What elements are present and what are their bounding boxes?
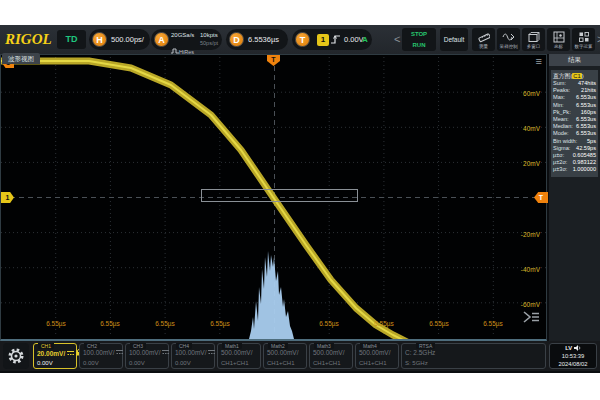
t-label-1: 6.55µs [36, 320, 76, 328]
net-status-row: LV [550, 344, 596, 352]
cursor-graph-icon [553, 31, 565, 43]
waveform-arrow-icon [502, 31, 515, 43]
sample-control-label: 采样控制 [498, 43, 519, 48]
horizontal-knob-icon[interactable]: H [92, 32, 107, 47]
speaker-icon [574, 345, 581, 351]
jitter-histogram [249, 251, 294, 339]
stat-row-mu1s: μ±σ:0.605485 [553, 152, 596, 159]
trigger-knob-icon[interactable]: T [295, 32, 310, 47]
trigger-sweep-mode: A [362, 29, 368, 50]
sample-control-button[interactable]: 采样控制 [497, 28, 520, 51]
rtsa-span: S: 5GHz [405, 359, 428, 367]
measure-button[interactable]: 测量 [472, 28, 495, 51]
top-toolbar: RIGOL TD H 500.00ps/ A 20GSa/s HiRes 10k… [0, 25, 600, 54]
channel-box-math1[interactable]: Math1 500.00mV/ CH1+CH1 [217, 343, 261, 369]
trigger-level-value: 0.00V [344, 29, 364, 50]
rtsa-center-freq: C: 2.5GHz [405, 349, 435, 357]
channel-bar: CH1 20.00mV/ 0.00V CH2 100.00mV/ 0.00V C… [0, 341, 600, 371]
t-label-8: 6.55µs [473, 320, 513, 328]
results-sidebar: 结果 直方图(C1) Sum:474hits Peaks:21hits Max:… [549, 54, 600, 341]
channel-box-math3[interactable]: Math3 500.00mV/ CH1+CH1 [309, 343, 353, 369]
menu-icon[interactable]: ≡ [536, 55, 542, 67]
stat-row-max: Max:6.553us [553, 94, 596, 101]
math4-expr: CH1+CH1 [359, 359, 387, 367]
trigger-status-badge: TD [57, 30, 86, 49]
clock-date: 2024/08/02 [550, 360, 596, 368]
ch4-offset: 0.00V [175, 359, 191, 367]
histogram-range-box[interactable] [201, 189, 358, 202]
expand-results-icon[interactable] [522, 310, 540, 324]
gear-icon [7, 347, 25, 365]
status-clock-box[interactable]: LV 10:53:39 2024/08/02 [549, 343, 597, 369]
stop-run-button[interactable]: STOP RUN [402, 28, 436, 51]
math1-expr: CH1+CH1 [221, 359, 249, 367]
stat-row-mean: Mean:6.553us [553, 116, 596, 123]
ch3-offset: 0.00V [129, 359, 145, 367]
stat-row-sigma: Sigma:42.59ps [553, 145, 596, 152]
cursor-label: 光标 [548, 43, 569, 48]
ch4-scale: 100.00mV/ [175, 349, 215, 357]
stat-row-binwidth: Bin width:5ps [553, 138, 596, 145]
ruler-icon [478, 31, 490, 43]
math3-scale: 500.00mV/ [313, 349, 344, 357]
trigger-source-badge[interactable]: 1 [317, 34, 329, 46]
math4-scale: 500.00mV/ [359, 349, 390, 357]
math2-expr: CH1+CH1 [267, 359, 295, 367]
panel-title-suffix: ) [582, 73, 584, 79]
t-label-2: 6.55µs [90, 320, 130, 328]
screenshot: RIGOL TD H 500.00ps/ A 20GSa/s HiRes 10k… [0, 0, 600, 400]
multi-window-button[interactable]: 多窗口 [522, 28, 545, 51]
cursor-button[interactable]: 光标 [547, 28, 570, 51]
multi-window-label: 多窗口 [523, 43, 544, 48]
channel-box-ch1[interactable]: CH1 20.00mV/ 0.00V [33, 343, 77, 369]
stop-label: STOP [402, 29, 436, 39]
v-label-m40: -40mV [521, 266, 540, 274]
channel-box-math4[interactable]: Math4 500.00mV/ CH1+CH1 [355, 343, 399, 369]
delay-pill[interactable]: D 6.5536µs [226, 29, 288, 50]
clock-time: 10:53:39 [550, 352, 596, 360]
t-label-5: 6.55µs [309, 320, 349, 328]
stat-row-mu2s: μ±2σ:0.983122 [553, 159, 596, 166]
stat-row-median: Median:6.553us [553, 123, 596, 130]
waveform-display[interactable]: ≡ T 1 1 T 60mV 40mV 20mV -20mV -40mV -60… [0, 54, 547, 341]
stat-row-sum: Sum:474hits [553, 80, 596, 87]
acquire-knob-icon[interactable]: A [154, 32, 169, 47]
tab-waveform-view[interactable]: 波形视图 [2, 53, 40, 64]
stat-row-mu3s: μ±3σ:1.000000 [553, 166, 596, 173]
v-label-40: 40mV [523, 125, 540, 133]
memory-depth: 10kpts [200, 32, 218, 39]
channel-box-ch3[interactable]: CH3 100.00mV/ 0.00V [125, 343, 169, 369]
delay-value: 6.5536µs [248, 29, 279, 50]
sample-rate: 20GSa/s [171, 32, 194, 39]
ch1-scale: 20.00mV/ [37, 349, 82, 358]
trigger-pill[interactable]: T 1 0.00V A [292, 29, 372, 50]
default-button[interactable]: Default [440, 28, 468, 51]
horizontal-timebase-pill[interactable]: H 500.00ps/ [89, 29, 150, 50]
channel-box-ch4[interactable]: CH4 100.00mV/ 0.00V [171, 343, 215, 369]
math2-scale: 500.00mV/ [267, 349, 298, 357]
run-label: RUN [402, 40, 436, 50]
oscilloscope-screen: RIGOL TD H 500.00ps/ A 20GSa/s HiRes 10k… [0, 25, 600, 373]
histogram-stats-panel[interactable]: 直方图(C1) Sum:474hits Peaks:21hits Max:6.5… [551, 70, 598, 177]
t-label-4: 6.55µs [200, 320, 240, 328]
timebase-value: 500.00ps/ [111, 29, 144, 50]
digital-op-button[interactable]: 数字运算 [572, 28, 595, 51]
stat-row-pkpk: Pk_Pk:160ps [553, 109, 596, 116]
math1-scale: 500.00mV/ [221, 349, 252, 357]
settings-button[interactable] [3, 343, 29, 369]
trigger-slope-icon [331, 34, 341, 45]
acquisition-pill[interactable]: A 20GSa/s HiRes 10kpts 50ps/pt [151, 29, 222, 50]
ch2-scale: 100.00mV/ [83, 349, 123, 357]
cube-icon [528, 31, 540, 43]
dc-coupling-icon [67, 350, 74, 356]
collapse-chevron-icon[interactable]: < [394, 31, 400, 48]
v-label-60: 60mV [523, 90, 540, 98]
v-label-m60: -60mV [521, 301, 540, 309]
delay-knob-icon[interactable]: D [229, 32, 244, 47]
dc-coupling-icon [162, 349, 169, 355]
lan-status: LV [565, 345, 572, 351]
t-label-6: 6.55µs [364, 320, 404, 328]
rtsa-box[interactable]: RTSA C: 2.5GHz S: 5GHz [401, 343, 546, 369]
channel-box-ch2[interactable]: CH2 100.00mV/ 0.00V [79, 343, 123, 369]
channel-box-math2[interactable]: Math2 500.00mV/ CH1+CH1 [263, 343, 307, 369]
